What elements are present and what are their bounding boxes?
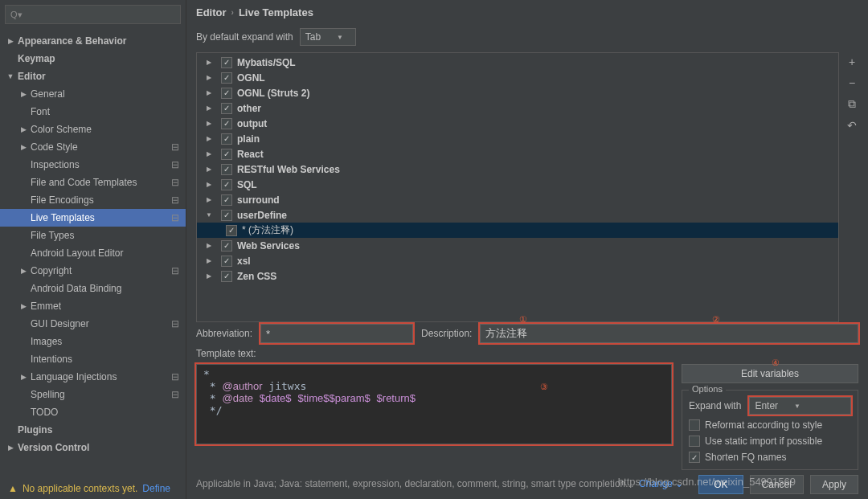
breadcrumb-b: Live Templates	[239, 6, 313, 18]
template-text-input[interactable]: * * @author jitwxs * @date $date$ $time$…	[196, 364, 672, 444]
template-group[interactable]: ▼✓userDefine	[197, 207, 838, 223]
scope-icon: ⊟	[171, 371, 179, 382]
sidebar-item[interactable]: Intentions	[0, 350, 186, 368]
sidebar-item[interactable]: ▶Appearance & Behavior	[0, 32, 186, 50]
checkbox[interactable]: ✓	[221, 57, 232, 68]
scope-icon: ⊟	[171, 212, 179, 223]
static-import-checkbox[interactable]: Use static import if possible	[689, 436, 851, 447]
expand-combo[interactable]: Tab ▼	[300, 28, 356, 46]
ok-button[interactable]: OK	[698, 475, 743, 494]
sidebar-item[interactable]: File Types	[0, 227, 186, 244]
sidebar-item[interactable]: Plugins	[0, 421, 186, 439]
search-input[interactable]: Q▾	[5, 5, 181, 24]
main-panel: Editor › Live Templates By default expan…	[186, 0, 868, 499]
expand-arrow-icon: ▶	[205, 150, 213, 157]
sidebar-item[interactable]: Android Layout Editor	[0, 244, 186, 262]
template-group[interactable]: ▶✓xsl	[197, 253, 838, 268]
checkbox[interactable]: ✓	[221, 194, 232, 206]
expand-with-value: Enter	[755, 400, 778, 411]
abbr-label: Abbreviation:	[196, 328, 252, 339]
add-icon[interactable]: +	[849, 55, 855, 68]
sidebar-item[interactable]: Font	[0, 103, 186, 121]
apply-button[interactable]: Apply	[810, 475, 858, 494]
checkbox[interactable]: ✓	[221, 240, 232, 252]
sidebar-item[interactable]: Keymap	[0, 50, 186, 67]
template-group[interactable]: ▶✓OGNL (Struts 2)	[197, 85, 838, 100]
options-title: Options	[689, 384, 726, 394]
expand-arrow-icon: ▶	[205, 74, 213, 81]
template-group[interactable]: ▶✓Mybatis/SQL	[197, 55, 838, 70]
sidebar-item[interactable]: ▶Language Injections⊟	[0, 368, 186, 386]
template-group[interactable]: ▶✓RESTful Web Services	[197, 162, 838, 177]
template-group[interactable]: ▶✓plain	[197, 131, 838, 146]
template-item[interactable]: ✓* (方法注释)	[197, 223, 838, 238]
remove-icon[interactable]: −	[849, 76, 855, 89]
checkbox[interactable]: ✓	[221, 271, 232, 282]
edit-variables-button[interactable]: Edit variables	[682, 364, 858, 383]
expand-arrow-icon: ▶	[205, 135, 213, 142]
checkbox[interactable]: ✓	[221, 149, 232, 160]
sidebar-item[interactable]: Images	[0, 333, 186, 350]
sidebar-item[interactable]: File Encodings⊟	[0, 191, 186, 209]
expand-arrow-icon: ▶	[19, 125, 27, 133]
sidebar-item[interactable]: ▶Version Control	[0, 439, 186, 456]
abbr-input[interactable]	[260, 324, 413, 343]
expand-value: Tab	[305, 31, 321, 43]
checkbox[interactable]: ✓	[221, 133, 232, 145]
sidebar-item[interactable]: Android Data Binding	[0, 280, 186, 297]
template-group[interactable]: ▶✓SQL	[197, 177, 838, 192]
template-group[interactable]: ▶✓OGNL	[197, 70, 838, 85]
change-link[interactable]: Change ⌄	[639, 478, 683, 489]
desc-label: Description:	[421, 328, 472, 339]
sidebar-item[interactable]: ▶Emmet	[0, 297, 186, 315]
sidebar-item[interactable]: Live Templates⊟	[0, 209, 186, 227]
checkbox[interactable]: ✓	[221, 103, 232, 114]
cancel-button[interactable]: Cancel	[750, 475, 804, 494]
desc-input[interactable]	[480, 324, 858, 343]
checkbox[interactable]: ✓	[226, 225, 237, 236]
template-groups-list[interactable]: ▶✓Mybatis/SQL▶✓OGNL▶✓OGNL (Struts 2)▶✓ot…	[196, 52, 839, 322]
expand-arrow-icon: ▶	[19, 373, 27, 381]
checkbox[interactable]: ✓	[221, 256, 232, 267]
sidebar-item[interactable]: ▶Color Scheme	[0, 121, 186, 138]
checkbox[interactable]: ✓	[221, 118, 232, 129]
expand-arrow-icon: ▶	[205, 272, 213, 280]
template-group[interactable]: ▶✓output	[197, 116, 838, 131]
sidebar-item[interactable]: GUI Designer⊟	[0, 315, 186, 333]
chevron-down-icon: ▼	[794, 403, 800, 410]
chevron-right-icon: ›	[231, 8, 234, 17]
define-link[interactable]: Define	[142, 483, 170, 494]
checkbox[interactable]: ✓	[221, 88, 232, 99]
reformat-checkbox[interactable]: Reformat according to style	[689, 419, 851, 431]
sidebar-item[interactable]: ▼Editor	[0, 67, 186, 85]
expand-arrow-icon: ▶	[19, 267, 27, 275]
expand-arrow-icon: ▶	[205, 257, 213, 264]
warning-text: No applicable contexts yet.	[23, 483, 137, 494]
scope-icon: ⊟	[171, 159, 179, 170]
sidebar-item[interactable]: ▶Copyright⊟	[0, 262, 186, 280]
expand-with-combo[interactable]: Enter ▼	[749, 397, 851, 415]
sidebar-item[interactable]: Spelling⊟	[0, 386, 186, 403]
undo-icon[interactable]: ↶	[847, 119, 857, 132]
dialog-footer: OK Cancel Apply	[698, 475, 858, 494]
checkbox[interactable]: ✓	[221, 210, 232, 221]
expand-arrow-icon: ▶	[205, 196, 213, 203]
sidebar-item[interactable]: ▶General	[0, 85, 186, 103]
template-group[interactable]: ▶✓Zen CSS	[197, 268, 838, 284]
checkbox[interactable]: ✓	[221, 164, 232, 175]
expand-arrow-icon: ▼	[205, 211, 213, 219]
checkbox[interactable]: ✓	[221, 179, 232, 190]
shorten-fq-checkbox[interactable]: ✓Shorten FQ names	[689, 452, 851, 463]
template-group[interactable]: ▶✓Web Services	[197, 238, 838, 253]
sidebar-item[interactable]: TODO	[0, 403, 186, 421]
sidebar-item[interactable]: Inspections⊟	[0, 156, 186, 174]
expand-arrow-icon: ▶	[205, 181, 213, 188]
scope-icon: ⊟	[171, 389, 179, 400]
template-group[interactable]: ▶✓other	[197, 100, 838, 116]
copy-icon[interactable]: ⧉	[848, 97, 856, 111]
checkbox[interactable]: ✓	[221, 72, 232, 84]
template-group[interactable]: ▶✓surround	[197, 192, 838, 207]
sidebar-item[interactable]: ▶Code Style⊟	[0, 138, 186, 156]
template-group[interactable]: ▶✓React	[197, 146, 838, 162]
sidebar-item[interactable]: File and Code Templates⊟	[0, 174, 186, 191]
